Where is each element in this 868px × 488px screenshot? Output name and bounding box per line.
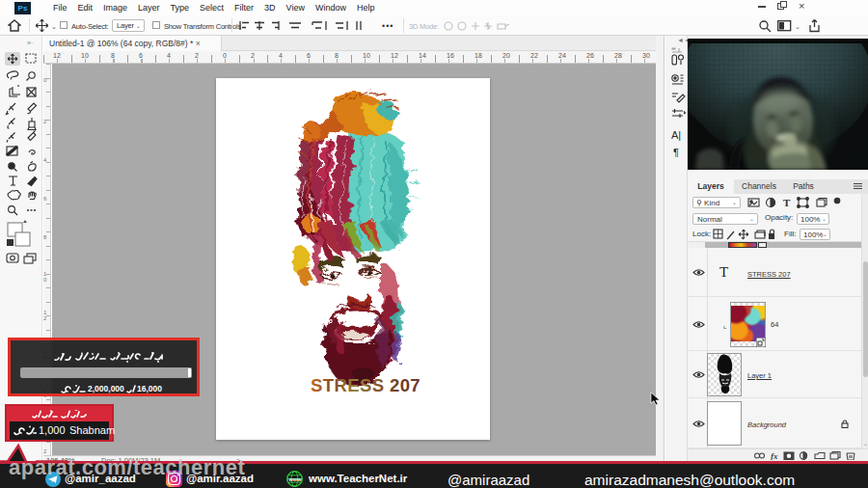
svg-text:T: T xyxy=(783,197,791,208)
svg-text:A|: A| xyxy=(671,129,681,141)
svg-text:»·: »· xyxy=(27,40,33,46)
svg-text:fx: fx xyxy=(771,451,778,460)
svg-text:STRESS 207: STRESS 207 xyxy=(311,375,420,395)
svg-text:¶: ¶ xyxy=(673,147,679,158)
